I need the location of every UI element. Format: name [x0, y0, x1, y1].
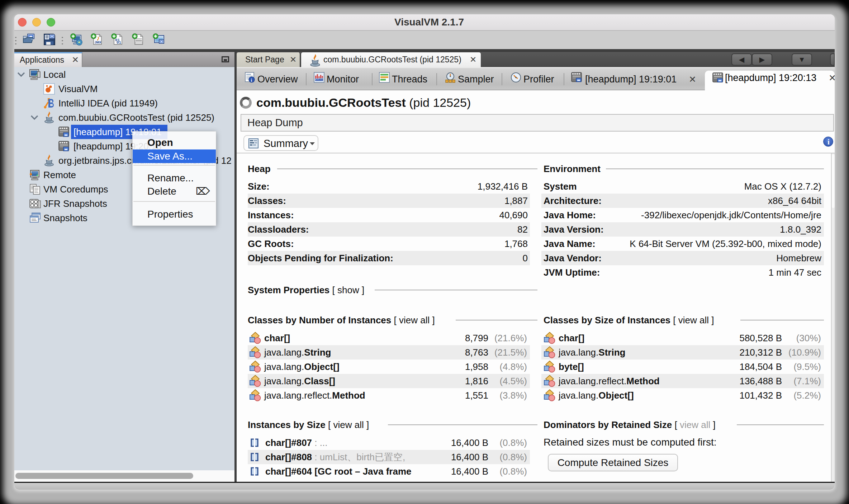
svg-text:01: 01 — [117, 41, 122, 45]
svg-text:JMX: JMX — [95, 41, 101, 44]
svg-text:i: i — [251, 77, 252, 83]
